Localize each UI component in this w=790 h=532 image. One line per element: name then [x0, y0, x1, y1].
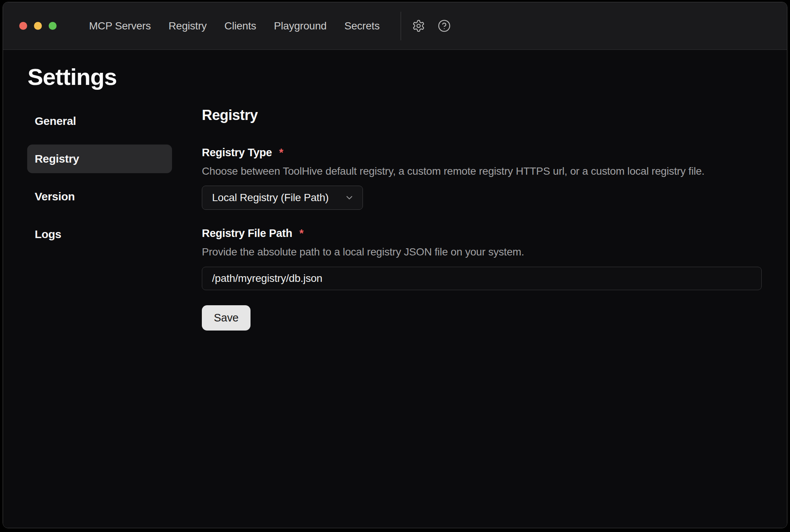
- gear-icon: [412, 19, 425, 32]
- sidebar-item-general[interactable]: General: [27, 107, 172, 135]
- sidebar-item-version[interactable]: Version: [27, 182, 172, 211]
- settings-button[interactable]: [411, 18, 426, 34]
- registry-file-path-description: Provide the absolute path to a local reg…: [202, 245, 764, 259]
- registry-file-path-label: Registry File Path: [202, 226, 292, 240]
- app-window: MCP Servers Registry Clients Playground …: [3, 2, 787, 528]
- nav-item-registry[interactable]: Registry: [169, 20, 207, 32]
- minimize-window-button[interactable]: [34, 22, 42, 30]
- registry-type-label-row: Registry Type *: [202, 146, 764, 159]
- registry-file-path-input[interactable]: [202, 267, 762, 290]
- desktop: MCP Servers Registry Clients Playground …: [0, 0, 790, 532]
- page-title: Settings: [28, 63, 117, 90]
- settings-page: Settings General Registry Version Logs R…: [3, 50, 787, 528]
- chevron-down-icon: [344, 193, 354, 203]
- required-asterisk: *: [300, 226, 304, 240]
- save-button[interactable]: Save: [202, 305, 251, 331]
- nav-item-playground[interactable]: Playground: [274, 20, 327, 32]
- sidebar-item-registry[interactable]: Registry: [27, 145, 172, 173]
- registry-type-select-value: Local Registry (File Path): [212, 192, 329, 204]
- topbar-divider: [401, 12, 401, 40]
- registry-settings-panel: Registry Registry Type * Choose between …: [202, 107, 764, 331]
- nav-item-secrets[interactable]: Secrets: [344, 20, 380, 32]
- registry-type-label: Registry Type: [202, 146, 272, 159]
- close-window-button[interactable]: [19, 22, 27, 30]
- section-title: Registry: [202, 107, 764, 124]
- sidebar-item-logs[interactable]: Logs: [27, 220, 172, 249]
- registry-type-select[interactable]: Local Registry (File Path): [202, 186, 363, 210]
- nav-item-mcp-servers[interactable]: MCP Servers: [89, 20, 151, 32]
- help-button[interactable]: [436, 18, 452, 34]
- required-asterisk: *: [279, 146, 283, 159]
- settings-sidebar: General Registry Version Logs: [27, 107, 172, 249]
- titlebar: MCP Servers Registry Clients Playground …: [3, 2, 787, 50]
- nav-item-clients[interactable]: Clients: [224, 20, 256, 32]
- zoom-window-button[interactable]: [49, 22, 57, 30]
- registry-type-description: Choose between ToolHive default registry…: [202, 165, 764, 178]
- help-circle-icon: [438, 19, 451, 32]
- window-controls: [19, 22, 57, 30]
- top-navigation: MCP Servers Registry Clients Playground …: [89, 20, 380, 32]
- registry-file-path-label-row: Registry File Path *: [202, 226, 764, 240]
